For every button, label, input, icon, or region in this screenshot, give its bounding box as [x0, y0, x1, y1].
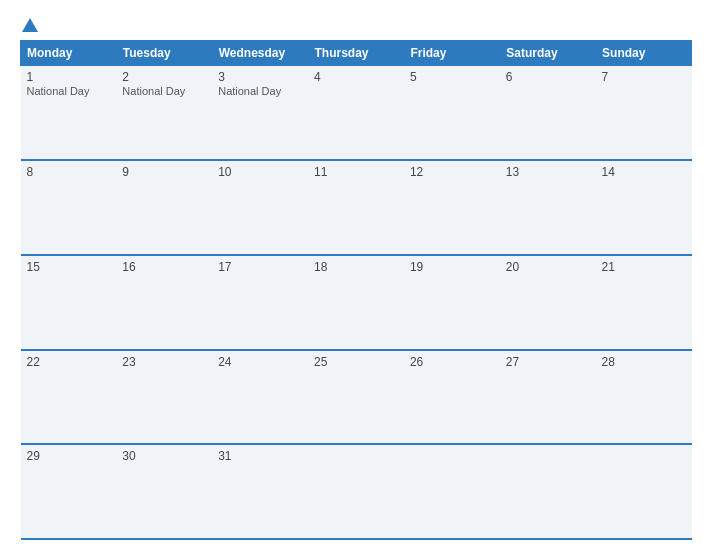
day-number: 19 [410, 260, 494, 274]
calendar-cell: 26 [404, 350, 500, 445]
calendar-week-row: 891011121314 [21, 160, 692, 255]
day-number: 14 [602, 165, 686, 179]
day-number: 2 [122, 70, 206, 84]
day-number: 29 [27, 449, 111, 463]
day-number: 8 [27, 165, 111, 179]
calendar-cell: 5 [404, 66, 500, 161]
calendar-cell: 29 [21, 444, 117, 539]
day-number: 4 [314, 70, 398, 84]
calendar-cell: 16 [116, 255, 212, 350]
logo-triangle-icon [22, 18, 38, 32]
day-number: 15 [27, 260, 111, 274]
weekday-header-row: Monday Tuesday Wednesday Thursday Friday… [21, 41, 692, 66]
calendar-cell: 20 [500, 255, 596, 350]
calendar-page: Monday Tuesday Wednesday Thursday Friday… [0, 0, 712, 550]
calendar-cell: 21 [596, 255, 692, 350]
calendar-cell: 12 [404, 160, 500, 255]
header-friday: Friday [404, 41, 500, 66]
calendar-cell: 25 [308, 350, 404, 445]
calendar-cell: 14 [596, 160, 692, 255]
day-number: 26 [410, 355, 494, 369]
calendar-cell: 9 [116, 160, 212, 255]
event-label: National Day [27, 85, 111, 97]
calendar-week-row: 1National Day2National Day3National Day4… [21, 66, 692, 161]
event-label: National Day [122, 85, 206, 97]
calendar-cell [596, 444, 692, 539]
day-number: 21 [602, 260, 686, 274]
calendar-cell: 22 [21, 350, 117, 445]
calendar-cell: 7 [596, 66, 692, 161]
calendar-header [20, 18, 692, 32]
header-thursday: Thursday [308, 41, 404, 66]
calendar-cell: 18 [308, 255, 404, 350]
day-number: 22 [27, 355, 111, 369]
calendar-cell: 6 [500, 66, 596, 161]
day-number: 7 [602, 70, 686, 84]
header-saturday: Saturday [500, 41, 596, 66]
calendar-cell: 17 [212, 255, 308, 350]
day-number: 18 [314, 260, 398, 274]
calendar-cell: 13 [500, 160, 596, 255]
day-number: 20 [506, 260, 590, 274]
calendar-cell: 10 [212, 160, 308, 255]
calendar-body: 1National Day2National Day3National Day4… [21, 66, 692, 540]
day-number: 1 [27, 70, 111, 84]
day-number: 28 [602, 355, 686, 369]
day-number: 16 [122, 260, 206, 274]
day-number: 10 [218, 165, 302, 179]
day-number: 25 [314, 355, 398, 369]
header-monday: Monday [21, 41, 117, 66]
calendar-cell: 3National Day [212, 66, 308, 161]
day-number: 13 [506, 165, 590, 179]
day-number: 11 [314, 165, 398, 179]
calendar-week-row: 293031 [21, 444, 692, 539]
calendar-cell [308, 444, 404, 539]
header-wednesday: Wednesday [212, 41, 308, 66]
calendar-cell [500, 444, 596, 539]
calendar-cell: 2National Day [116, 66, 212, 161]
day-number: 31 [218, 449, 302, 463]
day-number: 24 [218, 355, 302, 369]
day-number: 6 [506, 70, 590, 84]
calendar-cell: 31 [212, 444, 308, 539]
calendar-cell: 19 [404, 255, 500, 350]
calendar-week-row: 22232425262728 [21, 350, 692, 445]
calendar-table: Monday Tuesday Wednesday Thursday Friday… [20, 40, 692, 540]
calendar-cell: 8 [21, 160, 117, 255]
day-number: 27 [506, 355, 590, 369]
logo [20, 18, 38, 32]
calendar-cell: 30 [116, 444, 212, 539]
calendar-cell: 4 [308, 66, 404, 161]
header-tuesday: Tuesday [116, 41, 212, 66]
calendar-cell: 15 [21, 255, 117, 350]
day-number: 30 [122, 449, 206, 463]
calendar-cell: 1National Day [21, 66, 117, 161]
calendar-cell: 27 [500, 350, 596, 445]
calendar-cell [404, 444, 500, 539]
day-number: 23 [122, 355, 206, 369]
day-number: 12 [410, 165, 494, 179]
day-number: 17 [218, 260, 302, 274]
calendar-cell: 23 [116, 350, 212, 445]
calendar-cell: 28 [596, 350, 692, 445]
day-number: 9 [122, 165, 206, 179]
calendar-week-row: 15161718192021 [21, 255, 692, 350]
calendar-cell: 24 [212, 350, 308, 445]
calendar-cell: 11 [308, 160, 404, 255]
calendar-thead: Monday Tuesday Wednesday Thursday Friday… [21, 41, 692, 66]
day-number: 3 [218, 70, 302, 84]
event-label: National Day [218, 85, 302, 97]
day-number: 5 [410, 70, 494, 84]
header-sunday: Sunday [596, 41, 692, 66]
